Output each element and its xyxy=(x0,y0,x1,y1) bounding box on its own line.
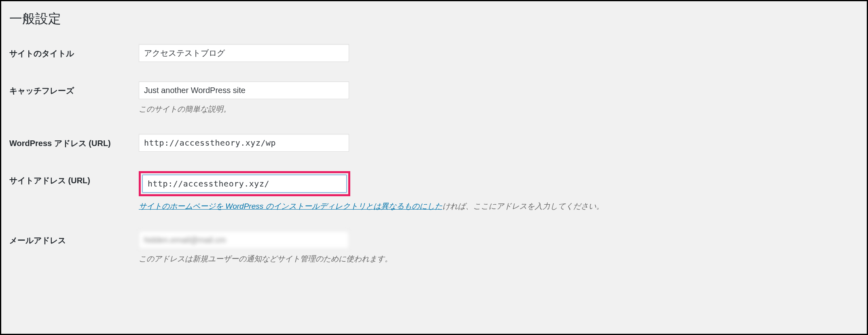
site-url-description-text: ければ、ここにアドレスを入力してください。 xyxy=(442,202,604,210)
site-url-description: サイトのホームページを WordPress のインストールディレクトリとは異なる… xyxy=(139,201,859,212)
row-email: メールアドレス hidden.email@mail.cm このアドレスは新規ユー… xyxy=(9,231,859,264)
site-url-input[interactable] xyxy=(142,175,347,193)
label-col: サイトアドレス (URL) xyxy=(9,171,139,186)
site-url-highlight xyxy=(139,171,350,196)
tagline-description: このサイトの簡単な説明。 xyxy=(139,104,859,114)
email-input-blurred[interactable]: hidden.email@mail.cm xyxy=(139,231,349,249)
row-wp-url: WordPress アドレス (URL) xyxy=(9,134,859,152)
site-url-help-link[interactable]: サイトのホームページを WordPress のインストールディレクトリとは異なる… xyxy=(139,202,442,210)
row-site-url: サイトアドレス (URL) サイトのホームページを WordPress のインス… xyxy=(9,171,859,212)
email-label: メールアドレス xyxy=(9,236,66,245)
row-site-title: サイトのタイトル xyxy=(9,44,859,62)
field-col: サイトのホームページを WordPress のインストールディレクトリとは異なる… xyxy=(139,171,859,212)
wp-url-input[interactable] xyxy=(139,134,349,152)
label-col: キャッチフレーズ xyxy=(9,81,139,96)
label-col: サイトのタイトル xyxy=(9,44,139,59)
label-col: メールアドレス xyxy=(9,231,139,246)
field-col xyxy=(139,134,859,152)
label-col: WordPress アドレス (URL) xyxy=(9,134,139,149)
row-tagline: キャッチフレーズ このサイトの簡単な説明。 xyxy=(9,81,859,114)
site-title-label: サイトのタイトル xyxy=(9,49,74,58)
form-table: サイトのタイトル キャッチフレーズ このサイトの簡単な説明。 WordPress… xyxy=(9,44,859,264)
tagline-input[interactable] xyxy=(139,81,349,99)
field-col: このサイトの簡単な説明。 xyxy=(139,81,859,114)
field-col: hidden.email@mail.cm このアドレスは新規ユーザーの通知などサ… xyxy=(139,231,859,264)
site-url-label: サイトアドレス (URL) xyxy=(9,176,90,185)
page-title: 一般設定 xyxy=(9,5,859,28)
settings-container: 一般設定 サイトのタイトル キャッチフレーズ このサイトの簡単な説明。 Word… xyxy=(0,0,868,335)
wp-url-label: WordPress アドレス (URL) xyxy=(9,139,111,148)
field-col xyxy=(139,44,859,62)
email-description: このアドレスは新規ユーザーの通知などサイト管理のために使われます。 xyxy=(139,254,859,264)
site-title-input[interactable] xyxy=(139,44,349,62)
tagline-label: キャッチフレーズ xyxy=(9,86,74,95)
